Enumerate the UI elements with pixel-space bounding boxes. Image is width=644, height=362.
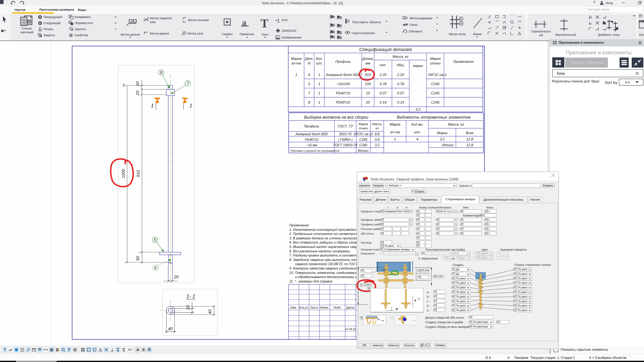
svg-text:d: d: [396, 307, 398, 311]
svg-text:e: e: [414, 298, 416, 302]
